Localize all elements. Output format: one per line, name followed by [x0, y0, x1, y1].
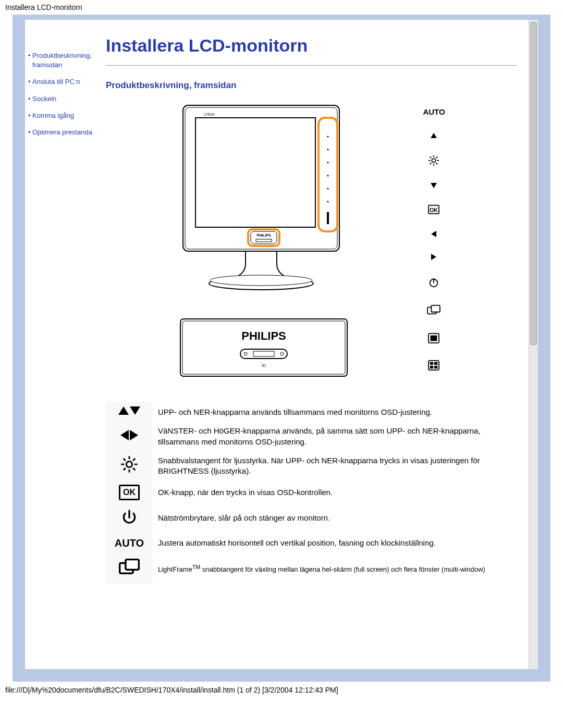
bullet-icon: • [28, 128, 32, 137]
svg-text:PHILIPS: PHILIPS [257, 233, 272, 237]
sidebar-item-label: Sockeln [32, 94, 56, 104]
svg-point-13 [327, 188, 329, 190]
left-right-icon-cell [106, 422, 153, 451]
page-frame: • Produktbeskrivning, framsidan • Anslut… [13, 15, 550, 682]
svg-line-32 [436, 163, 438, 165]
svg-point-11 [327, 162, 329, 164]
power-icon [121, 509, 138, 525]
desc-cell: UPP- och NER-knapparna används tillsamma… [153, 402, 517, 422]
svg-rect-2 [195, 118, 315, 227]
bullet-icon: • [28, 111, 32, 120]
svg-line-33 [430, 163, 432, 165]
sidebar-item-label: Produktbeskrivning, framsidan [32, 51, 103, 70]
sidebar: • Produktbeskrivning, framsidan • Anslut… [25, 20, 106, 669]
main-content: Installera LCD-monitorn Produktbeskrivni… [106, 20, 538, 669]
svg-text:ID: ID [262, 363, 266, 368]
sidebar-item-base[interactable]: • Sockeln [28, 94, 103, 104]
up-down-icon-cell [106, 402, 153, 422]
svg-rect-58 [126, 560, 139, 570]
header-path: Installera LCD-monitorn [0, 0, 563, 15]
svg-line-56 [133, 459, 135, 461]
svg-rect-46 [430, 366, 433, 368]
sidebar-item-label: Optimera prestanda [32, 128, 92, 137]
table-row: AUTO Justera automatiskt horisontell och… [106, 532, 517, 554]
sidebar-item-label: Komma igång [32, 111, 74, 120]
scrollbar-thumb[interactable] [530, 22, 537, 345]
up-arrow-icon [118, 406, 129, 415]
lightframe-icon [427, 305, 440, 316]
desc-cell: VäNSTER- och HöGER-knapparna används, på… [153, 422, 517, 451]
left-arrow-icon [431, 231, 436, 237]
desc-cell: Nätströmbrytare, slår på och stänger av … [153, 504, 517, 532]
desc-cell: OK-knapp, när den trycks in visas OSD-ko… [153, 480, 517, 504]
table-row: UPP- och NER-knapparna används tillsamma… [106, 402, 517, 422]
fullscreen-icon [428, 333, 439, 343]
sidebar-item-optimize[interactable]: • Optimera prestanda [28, 128, 103, 137]
desc-cell: LightFrameTM snabbtangent för växling me… [153, 554, 517, 583]
multiwindow-icon [428, 360, 439, 371]
svg-point-14 [327, 201, 329, 203]
desc-cell: Justera automatiskt horisontell och vert… [153, 532, 517, 554]
bullet-icon: • [28, 51, 32, 70]
auto-label: AUTO [423, 107, 445, 116]
button-description-table: UPP- och NER-knapparna används tillsamma… [106, 402, 517, 583]
down-arrow-icon [130, 406, 140, 415]
up-arrow-icon [431, 133, 437, 138]
ok-icon: OK [119, 485, 140, 500]
svg-point-26 [432, 158, 436, 162]
svg-point-10 [327, 149, 329, 151]
brightness-icon-cell [106, 451, 153, 481]
left-arrow-icon [120, 430, 129, 440]
desc-cell: Snabbvalstangent för ljusstyrka. När UPP… [153, 451, 517, 481]
footer-path: file:///D|/My%20documents/dfu/B2C/SWEDIS… [0, 682, 563, 698]
auto-icon-cell: AUTO [106, 532, 153, 554]
divider [106, 65, 517, 66]
table-row: VäNSTER- och HöGER-knapparna används, på… [106, 422, 517, 451]
svg-point-48 [126, 462, 132, 467]
svg-rect-47 [434, 366, 437, 368]
svg-line-54 [133, 468, 135, 470]
svg-text:OK: OK [430, 207, 438, 213]
svg-rect-45 [434, 362, 437, 365]
svg-rect-40 [432, 305, 440, 312]
bullet-icon: • [28, 94, 32, 104]
svg-rect-42 [431, 336, 437, 341]
table-row: LightFrameTM snabbtangent för växling me… [106, 554, 517, 583]
power-icon-cell [106, 504, 153, 532]
sidebar-item-product-desc[interactable]: • Produktbeskrivning, framsidan [28, 51, 103, 70]
monitor-illustration: 170X4 PHILIPS [106, 100, 517, 381]
svg-line-55 [124, 468, 126, 470]
brightness-icon [428, 155, 439, 166]
right-arrow-icon [130, 430, 138, 440]
brightness-icon [120, 455, 138, 473]
section-title: Produktbeskrivning, framsidan [106, 80, 517, 91]
down-arrow-icon [431, 183, 437, 188]
lightframe-icon-cell [106, 554, 153, 583]
svg-rect-44 [430, 362, 433, 365]
sidebar-item-connect-pc[interactable]: • Ansluta till PC:n [28, 77, 103, 87]
svg-rect-43 [429, 361, 439, 370]
svg-point-12 [327, 175, 329, 177]
button-label-column: AUTO OK [423, 100, 445, 381]
page-title: Installera LCD-monitorn [106, 35, 517, 56]
ok-icon-cell: OK [106, 480, 153, 504]
svg-line-34 [436, 157, 438, 158]
svg-text:170X4: 170X4 [204, 113, 214, 116]
svg-point-9 [327, 136, 329, 138]
svg-line-53 [124, 459, 126, 461]
lightframe-icon [119, 559, 140, 576]
svg-text:PHILIPS: PHILIPS [242, 329, 287, 342]
monitor-figure-icon: 170X4 PHILIPS [178, 100, 355, 381]
table-row: Snabbvalstangent för ljusstyrka. När UPP… [106, 451, 517, 481]
bullet-icon: • [28, 77, 32, 87]
power-icon [428, 277, 439, 288]
right-arrow-icon [431, 254, 436, 260]
svg-line-31 [430, 157, 432, 158]
table-row: OK OK-knapp, när den trycks in visas OSD… [106, 480, 517, 504]
ok-icon: OK [428, 205, 439, 214]
sidebar-item-label: Ansluta till PC:n [32, 77, 80, 87]
table-row: Nätströmbrytare, slår på och stänger av … [106, 504, 517, 532]
scrollbar[interactable] [529, 20, 538, 669]
svg-point-17 [210, 275, 312, 286]
sidebar-item-getting-started[interactable]: • Komma igång [28, 111, 103, 120]
